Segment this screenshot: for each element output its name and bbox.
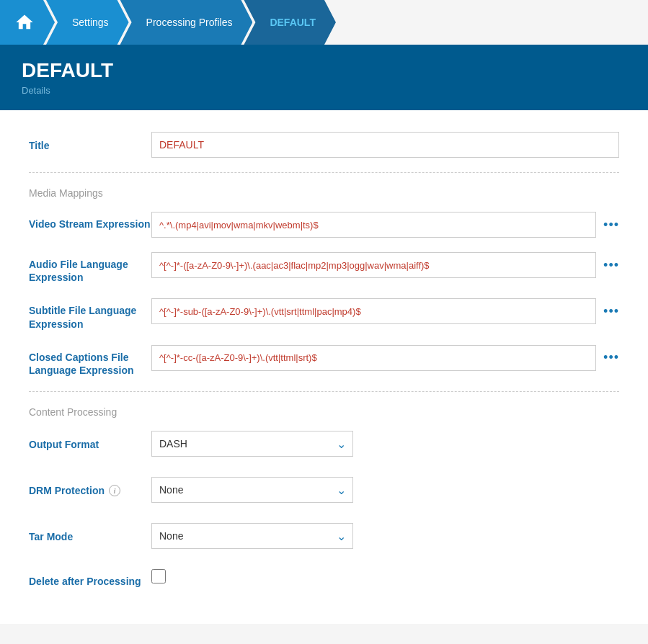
page-subtitle: Details <box>22 85 626 96</box>
home-icon <box>14 12 35 32</box>
video-stream-menu-dots[interactable]: ••• <box>603 218 619 233</box>
content-area: Title Media Mappings Video Stream Expres… <box>0 110 648 624</box>
nav-default[interactable]: DEFAULT <box>244 0 336 45</box>
delete-after-row: Delete after Processing <box>29 569 619 595</box>
subtitle-file-menu-dots[interactable]: ••• <box>603 304 619 319</box>
delete-after-label: Delete after Processing <box>29 569 151 588</box>
tar-mode-select[interactable]: None Standard <box>151 523 353 549</box>
closed-captions-input[interactable] <box>151 345 596 371</box>
title-input-wrapper <box>151 132 619 158</box>
drm-info-icon: i <box>109 485 120 496</box>
output-format-dropdown[interactable]: DASH HLS MP4 ⌄ <box>151 431 353 457</box>
page-title: DEFAULT <box>22 59 626 82</box>
audio-file-menu-dots[interactable]: ••• <box>603 258 619 273</box>
video-stream-row: Video Stream Expression ••• <box>29 212 619 245</box>
subtitle-file-row: Subtitle File Language Expression ••• <box>29 298 619 337</box>
media-mappings-section-label: Media Mappings <box>29 187 619 199</box>
closed-captions-menu-dots[interactable]: ••• <box>603 350 619 365</box>
page-header: DEFAULT Details <box>0 45 648 110</box>
title-input[interactable] <box>151 132 619 158</box>
audio-file-input[interactable] <box>151 252 596 278</box>
subtitle-file-input[interactable] <box>151 298 596 324</box>
audio-file-label: Audio File Language Expression <box>29 252 151 284</box>
default-label: DEFAULT <box>270 17 316 28</box>
drm-protection-label: DRM Protection i <box>29 477 151 497</box>
divider-1 <box>29 172 619 173</box>
content-processing-section-label: Content Processing <box>29 406 619 418</box>
output-format-row: Output Format DASH HLS MP4 ⌄ <box>29 431 619 464</box>
video-stream-label: Video Stream Expression <box>29 212 151 231</box>
drm-select[interactable]: None Widevine PlayReady <box>151 477 353 503</box>
subtitle-file-input-wrapper: ••• <box>151 298 619 324</box>
audio-file-row: Audio File Language Expression ••• <box>29 252 619 291</box>
output-format-label: Output Format <box>29 431 151 451</box>
delete-after-checkbox[interactable] <box>151 569 166 583</box>
delete-after-checkbox-wrapper <box>151 569 619 583</box>
closed-captions-row: Closed Captions File Language Expression… <box>29 345 619 384</box>
title-row: Title <box>29 132 619 165</box>
settings-label: Settings <box>72 17 109 28</box>
audio-file-input-wrapper: ••• <box>151 252 619 278</box>
closed-captions-input-wrapper: ••• <box>151 345 619 371</box>
output-format-select[interactable]: DASH HLS MP4 <box>151 431 353 457</box>
drm-dropdown[interactable]: None Widevine PlayReady ⌄ <box>151 477 353 503</box>
video-stream-input[interactable] <box>151 212 596 238</box>
drm-label-text: DRM Protection <box>29 484 105 497</box>
drm-protection-row: DRM Protection i None Widevine PlayReady… <box>29 477 619 510</box>
nav-settings[interactable]: Settings <box>46 0 129 45</box>
nav-processing-profiles[interactable]: Processing Profiles <box>120 0 253 45</box>
drm-select-wrapper: None Widevine PlayReady ⌄ <box>151 477 619 503</box>
tar-mode-row: Tar Mode None Standard ⌄ <box>29 523 619 556</box>
nav-home[interactable] <box>0 0 55 45</box>
video-stream-input-wrapper: ••• <box>151 212 619 238</box>
tar-mode-select-wrapper: None Standard ⌄ <box>151 523 619 549</box>
breadcrumb: Settings Processing Profiles DEFAULT <box>0 0 648 45</box>
processing-profiles-label: Processing Profiles <box>146 17 233 28</box>
subtitle-file-label: Subtitle File Language Expression <box>29 298 151 330</box>
closed-captions-label: Closed Captions File Language Expression <box>29 345 151 377</box>
title-label: Title <box>29 132 151 152</box>
output-format-select-wrapper: DASH HLS MP4 ⌄ <box>151 431 619 457</box>
tar-mode-dropdown[interactable]: None Standard ⌄ <box>151 523 353 549</box>
tar-mode-label: Tar Mode <box>29 523 151 543</box>
divider-2 <box>29 391 619 392</box>
